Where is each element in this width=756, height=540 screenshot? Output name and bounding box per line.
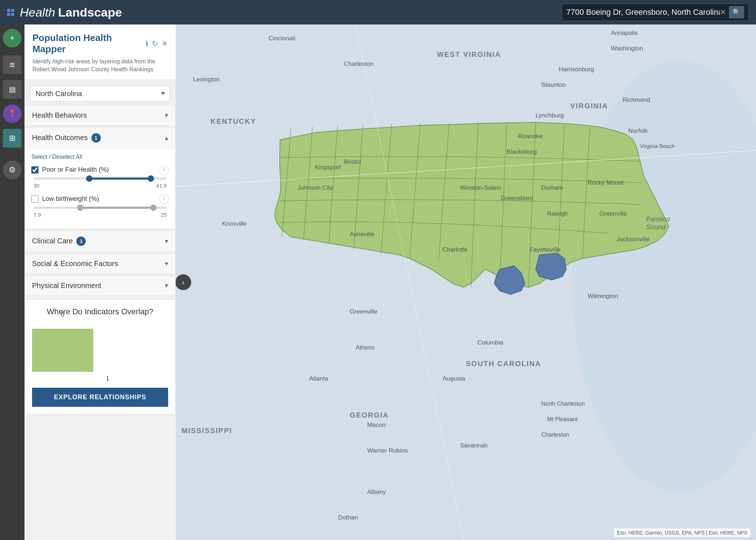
panel-info-button[interactable]: ℹ bbox=[145, 39, 148, 48]
city-label-vb: Virginia Beach bbox=[640, 143, 675, 149]
state-selector: North Carolina South Carolina Virginia T… bbox=[30, 86, 170, 102]
city-label-jacksonville: Jacksonville bbox=[617, 236, 650, 243]
search-input-wrapper: ✕ 🔍 bbox=[562, 4, 749, 21]
health-outcomes-header[interactable]: Health Outcomes 1 ▴ bbox=[25, 127, 175, 148]
state-select-dropdown[interactable]: North Carolina South Carolina Virginia T… bbox=[30, 86, 170, 102]
city-label-staunton: Staunton bbox=[541, 81, 566, 89]
accordion: Health Behaviors ▾ Health Outcomes 1 ▴ S… bbox=[24, 105, 176, 296]
search-clear-button[interactable]: ✕ bbox=[720, 8, 726, 17]
state-label-va: VIRGINIA bbox=[570, 102, 608, 110]
poor-fair-health-info-button[interactable]: i bbox=[159, 165, 169, 175]
chart-label-0: 0 bbox=[32, 311, 93, 318]
poor-fair-health-checkbox[interactable] bbox=[31, 166, 39, 174]
state-label-ms: MISSISSIPPI bbox=[181, 427, 232, 435]
city-label-dothan: Dothan bbox=[338, 514, 358, 521]
state-label-sc: SOUTH CAROLINA bbox=[466, 360, 541, 368]
pamlico-sound-label: PamlicoSound bbox=[646, 215, 670, 231]
city-label-macon: Macon bbox=[367, 422, 386, 429]
clinical-care-title: Clinical Care bbox=[32, 237, 73, 245]
search-submit-button[interactable]: 🔍 bbox=[729, 6, 744, 18]
panel-close-button[interactable]: ✕ bbox=[162, 39, 168, 48]
barchart-icon-button[interactable]: ▤ bbox=[3, 80, 22, 99]
settings-icon-button[interactable]: ⚙ bbox=[3, 161, 22, 179]
low-birthweight-info-button[interactable]: i bbox=[159, 194, 169, 204]
physical-environment-title: Physical Environment bbox=[32, 282, 101, 290]
health-behaviors-header-left: Health Behaviors bbox=[32, 111, 87, 120]
city-label-norfolk: Norfolk bbox=[628, 127, 648, 135]
city-label-bristol: Bristol bbox=[344, 158, 361, 166]
city-label-lex: Lexington bbox=[193, 76, 220, 83]
city-label-knoxville: Knoxville bbox=[222, 220, 247, 228]
search-bar: ✕ 🔍 bbox=[562, 4, 749, 21]
low-birthweight-thumb-right[interactable] bbox=[150, 204, 157, 211]
topbar: HealthLandscape ✕ 🔍 bbox=[0, 0, 756, 24]
panel-title-row: Population Health Mapper ℹ ↻ ✕ bbox=[32, 32, 168, 55]
city-label-greensboro: Greensboro bbox=[501, 195, 533, 202]
sidebar-icons: + ≡ ▤ 📍 ⊞ ⚙ bbox=[0, 24, 24, 540]
select-deselect-all-link[interactable]: Select / Deselect All bbox=[31, 154, 169, 160]
layers-icon-button[interactable]: ≡ bbox=[3, 55, 22, 74]
clinical-care-header[interactable]: Clinical Care 1 ▾ bbox=[25, 231, 175, 252]
physical-environment-section: Physical Environment ▾ bbox=[24, 275, 176, 296]
logo-health-text: Health bbox=[20, 5, 55, 19]
low-birthweight-min-label: 7.9 bbox=[33, 212, 41, 218]
panel-refresh-button[interactable]: ↻ bbox=[152, 39, 158, 48]
health-behaviors-chevron: ▾ bbox=[165, 111, 168, 119]
social-economic-title: Social & Economic Factors bbox=[32, 260, 118, 268]
city-label-wilmington: Wilmington bbox=[588, 293, 618, 300]
poor-fair-health-slider: 30 41.9 bbox=[31, 177, 169, 189]
city-label-blacksburg: Blacksburg bbox=[507, 148, 537, 156]
city-label-winstonsalem: Winston-Salem bbox=[460, 184, 501, 192]
clinical-care-section: Clinical Care 1 ▾ bbox=[24, 230, 176, 252]
city-label-northcharleston: North Charleston bbox=[541, 401, 585, 407]
clinical-care-header-left: Clinical Care 1 bbox=[32, 237, 86, 246]
low-birthweight-track bbox=[33, 207, 167, 209]
social-economic-header-left: Social & Economic Factors bbox=[32, 260, 118, 268]
clinical-care-chevron: ▾ bbox=[165, 237, 168, 245]
state-label-ky: KENTUCKY bbox=[211, 117, 256, 126]
poor-fair-health-label: Poor or Fair Health (%) bbox=[42, 166, 156, 174]
physical-environment-header[interactable]: Physical Environment ▾ bbox=[25, 276, 175, 296]
low-birthweight-checkbox[interactable] bbox=[31, 195, 39, 203]
logo-landscape-text: Landscape bbox=[58, 5, 122, 19]
city-label-annapolis: Annapolis bbox=[611, 30, 638, 37]
add-icon-button[interactable]: + bbox=[3, 29, 22, 48]
city-label-harrisonburg: Harrisonburg bbox=[559, 66, 594, 73]
panel-header: Population Health Mapper ℹ ↻ ✕ Identify … bbox=[24, 24, 176, 80]
search-input[interactable] bbox=[566, 8, 720, 17]
poor-fair-health-row: Poor or Fair Health (%) i bbox=[31, 165, 169, 175]
stack-layers-icon-button[interactable]: ⊞ bbox=[3, 129, 22, 148]
app-logo: HealthLandscape bbox=[7, 5, 122, 19]
city-label-savannah: Savannah bbox=[460, 442, 488, 449]
map-background bbox=[176, 24, 756, 540]
toggle-panel-button[interactable]: ‹ bbox=[176, 274, 191, 290]
city-label-lynchburg: Lynchburg bbox=[535, 112, 564, 119]
explore-relationships-button[interactable]: EXPLORE RELATIONSHIPS bbox=[32, 388, 168, 407]
city-label-fayetteville: Fayetteville bbox=[530, 246, 561, 253]
social-economic-header[interactable]: Social & Economic Factors ▾ bbox=[25, 254, 175, 274]
low-birthweight-thumb-left[interactable] bbox=[77, 204, 84, 211]
side-panel: Population Health Mapper ℹ ↻ ✕ Identify … bbox=[24, 24, 176, 540]
social-economic-chevron: ▾ bbox=[165, 260, 168, 267]
city-label-albany: Albany bbox=[367, 489, 386, 496]
chart-label-1: 1 bbox=[93, 375, 122, 382]
health-behaviors-section: Health Behaviors ▾ bbox=[24, 105, 176, 126]
city-label-charleston-sc: Charleston bbox=[541, 432, 569, 438]
low-birthweight-fill bbox=[80, 207, 154, 209]
state-label-wv: WEST VIRGINIA bbox=[437, 50, 501, 59]
map-pin-icon-button[interactable]: 📍 bbox=[3, 104, 22, 123]
health-outcomes-header-left: Health Outcomes 1 bbox=[32, 133, 101, 143]
low-birthweight-label: Low birthweight (%) bbox=[42, 195, 156, 203]
city-label-rockymount: Rocky Mount bbox=[588, 179, 624, 186]
city-label-richmond: Richmond bbox=[622, 96, 650, 104]
low-birthweight-filter: Low birthweight (%) i 7.9 25 bbox=[31, 194, 169, 218]
poor-fair-health-thumb-left[interactable] bbox=[86, 175, 93, 182]
health-behaviors-header[interactable]: Health Behaviors ▾ bbox=[25, 105, 175, 125]
health-outcomes-badge: 1 bbox=[91, 133, 101, 143]
panel-subtitle: Identify high-risk areas by layering dat… bbox=[32, 58, 168, 74]
poor-fair-health-filter: Poor or Fair Health (%) i 30 41.9 bbox=[31, 165, 169, 189]
city-label-johnsoncity: Johnson City bbox=[298, 184, 333, 192]
poor-fair-health-thumb-right[interactable] bbox=[148, 175, 154, 182]
map-area[interactable]: Cincinnati Annapolis Washington Charlest… bbox=[176, 24, 756, 540]
low-birthweight-slider: 7.9 25 bbox=[31, 207, 169, 218]
